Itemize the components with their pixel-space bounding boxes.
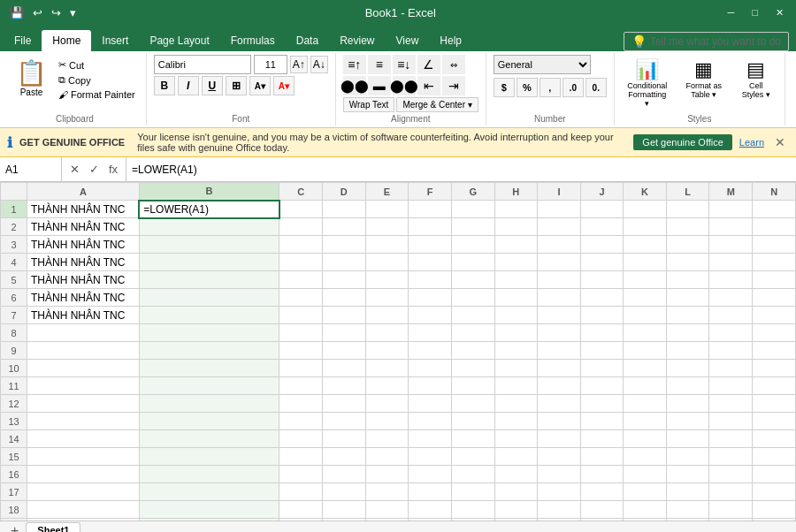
- cell-L14[interactable]: [666, 430, 709, 448]
- cell-K7[interactable]: [624, 307, 667, 324]
- cell-L10[interactable]: [666, 360, 709, 377]
- cell-M13[interactable]: [709, 413, 753, 430]
- copy-button[interactable]: ⧉ Copy: [55, 73, 139, 87]
- cell-M9[interactable]: [709, 342, 753, 360]
- cell-N16[interactable]: [753, 466, 796, 483]
- cell-C2[interactable]: [279, 218, 323, 236]
- cell-J15[interactable]: [580, 448, 624, 466]
- cell-L6[interactable]: [666, 289, 709, 307]
- insert-cells-button[interactable]: ⊕ Insert: [792, 55, 796, 93]
- add-sheet-button[interactable]: +: [5, 523, 24, 533]
- col-header-D[interactable]: D: [323, 183, 366, 201]
- number-format-dropdown[interactable]: General Number Currency Percentage: [494, 55, 591, 74]
- currency-button[interactable]: $: [494, 78, 515, 97]
- cell-C6[interactable]: [279, 289, 323, 307]
- cell-A12[interactable]: [27, 395, 140, 413]
- angle-text-button[interactable]: ∠: [417, 55, 440, 74]
- col-header-B[interactable]: B: [139, 183, 279, 201]
- maximize-button[interactable]: □: [746, 5, 763, 20]
- cell-I6[interactable]: [538, 289, 581, 307]
- cell-I14[interactable]: [538, 430, 581, 448]
- cell-M8[interactable]: [709, 324, 753, 342]
- cell-D8[interactable]: [323, 324, 366, 342]
- cell-H3[interactable]: [494, 236, 538, 254]
- cell-C3[interactable]: [279, 236, 323, 254]
- cell-G6[interactable]: [451, 289, 494, 307]
- cell-G12[interactable]: [451, 395, 494, 413]
- font-color-button[interactable]: A▾: [273, 76, 295, 95]
- cell-N13[interactable]: [753, 413, 796, 430]
- cell-B12[interactable]: [139, 395, 279, 413]
- minimize-button[interactable]: ─: [723, 5, 740, 20]
- cell-B11[interactable]: [139, 377, 279, 395]
- merge-center-button[interactable]: Merge & Center ▾: [396, 97, 478, 112]
- cut-button[interactable]: ✂ Cut: [55, 58, 139, 72]
- row-header-11[interactable]: 11: [1, 377, 27, 395]
- row-header-2[interactable]: 2: [1, 218, 27, 236]
- cell-F9[interactable]: [409, 342, 452, 360]
- cell-K6[interactable]: [624, 289, 667, 307]
- cell-B3[interactable]: [139, 236, 279, 254]
- row-header-10[interactable]: 10: [1, 360, 27, 377]
- cell-A4[interactable]: THÀNH NHÂN TNC: [27, 254, 140, 271]
- fill-color-button[interactable]: A▾: [249, 76, 271, 95]
- cell-G9[interactable]: [451, 342, 494, 360]
- cell-K15[interactable]: [624, 448, 667, 466]
- cell-K4[interactable]: [624, 254, 667, 271]
- cell-L1[interactable]: [666, 201, 709, 218]
- cell-F17[interactable]: [409, 483, 452, 501]
- cell-K16[interactable]: [624, 466, 667, 483]
- cell-J12[interactable]: [580, 395, 624, 413]
- cell-M1[interactable]: [709, 201, 753, 218]
- cell-M5[interactable]: [709, 271, 753, 289]
- cell-K13[interactable]: [624, 413, 667, 430]
- cell-B1[interactable]: =LOWER(A1): [139, 201, 279, 218]
- cell-D13[interactable]: [323, 413, 366, 430]
- cell-F13[interactable]: [409, 413, 452, 430]
- underline-button[interactable]: U: [202, 76, 223, 95]
- cell-F8[interactable]: [409, 324, 452, 342]
- cell-J11[interactable]: [580, 377, 624, 395]
- cell-I12[interactable]: [538, 395, 581, 413]
- cell-G10[interactable]: [451, 360, 494, 377]
- cell-B18[interactable]: [139, 501, 279, 519]
- row-header-1[interactable]: 1: [1, 201, 27, 218]
- cell-E18[interactable]: [365, 501, 409, 519]
- format-painter-button[interactable]: 🖌 Format Painter: [55, 88, 139, 101]
- cell-A6[interactable]: THÀNH NHÂN TNC: [27, 289, 140, 307]
- cell-M2[interactable]: [709, 218, 753, 236]
- save-icon[interactable]: 💾: [7, 4, 27, 21]
- cell-L5[interactable]: [666, 271, 709, 289]
- cell-E9[interactable]: [365, 342, 409, 360]
- cell-H6[interactable]: [494, 289, 538, 307]
- col-header-A[interactable]: A: [27, 183, 140, 201]
- cell-E8[interactable]: [365, 324, 409, 342]
- increase-decimal-button[interactable]: .0: [563, 78, 584, 97]
- tab-insert[interactable]: Insert: [91, 30, 139, 51]
- cell-M16[interactable]: [709, 466, 753, 483]
- increase-font-size-button[interactable]: A↑: [290, 56, 308, 73]
- cell-F3[interactable]: [409, 236, 452, 254]
- cell-H13[interactable]: [494, 413, 538, 430]
- cell-E6[interactable]: [365, 289, 409, 307]
- cell-L4[interactable]: [666, 254, 709, 271]
- cell-C8[interactable]: [279, 324, 323, 342]
- tab-data[interactable]: Data: [286, 30, 329, 51]
- cell-J16[interactable]: [580, 466, 624, 483]
- cell-F16[interactable]: [409, 466, 452, 483]
- cell-H5[interactable]: [494, 271, 538, 289]
- cell-D12[interactable]: [323, 395, 366, 413]
- cell-E1[interactable]: [365, 201, 409, 218]
- decrease-font-size-button[interactable]: A↓: [310, 56, 328, 73]
- tab-view[interactable]: View: [386, 30, 430, 51]
- cell-N7[interactable]: [753, 307, 796, 324]
- cell-E5[interactable]: [365, 271, 409, 289]
- cell-D1[interactable]: [323, 201, 366, 218]
- cell-H9[interactable]: [494, 342, 538, 360]
- comma-button[interactable]: ,: [540, 78, 561, 97]
- cell-A17[interactable]: [27, 483, 140, 501]
- cell-G4[interactable]: [451, 254, 494, 271]
- cell-F1[interactable]: [409, 201, 452, 218]
- cell-B10[interactable]: [139, 360, 279, 377]
- cell-L9[interactable]: [666, 342, 709, 360]
